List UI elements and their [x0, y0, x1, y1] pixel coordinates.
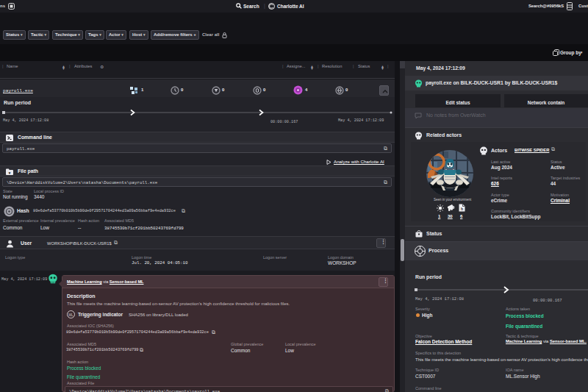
svg-text:ML: ML [68, 313, 74, 317]
svg-text:▾: ▾ [8, 171, 11, 175]
svg-text:h: h [461, 207, 463, 211]
